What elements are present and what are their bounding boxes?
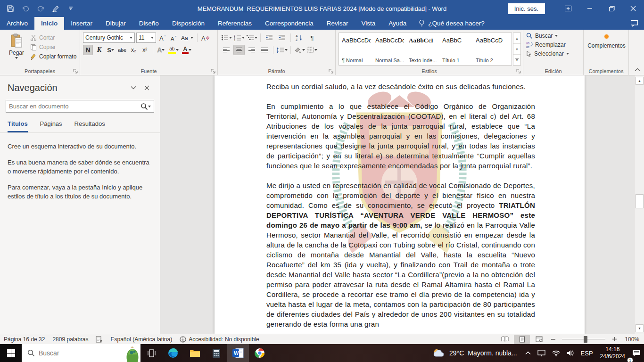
highlight-button[interactable]: ab <box>167 45 180 55</box>
italic-button[interactable]: K <box>94 45 104 55</box>
zoom-level[interactable]: 100% <box>620 336 639 343</box>
file-explorer-button[interactable] <box>184 344 206 362</box>
line-spacing-button[interactable] <box>276 45 288 55</box>
accessibility-indicator[interactable]: Accesibilidad: No disponible <box>176 336 263 343</box>
decrease-indent-button[interactable] <box>264 33 275 43</box>
addins-button[interactable]: Complementos <box>587 42 626 49</box>
tab-insertar[interactable]: Insertar <box>64 17 99 30</box>
task-view-button[interactable] <box>140 344 162 362</box>
tray-overflow-button[interactable] <box>522 344 534 362</box>
cut-button[interactable]: Cortar <box>30 34 76 41</box>
search-icon[interactable] <box>140 103 148 110</box>
close-button[interactable] <box>622 0 644 17</box>
style--normal[interactable]: AaBbCcDc¶ Normal <box>339 33 372 65</box>
wifi-status-icon[interactable] <box>549 344 563 362</box>
styles-scroll-up-button[interactable]: ▲ <box>513 33 520 44</box>
tab-correspondencia[interactable]: Correspondencia <box>258 17 320 30</box>
clear-formatting-button[interactable]: A <box>200 33 211 43</box>
style-t-tulo-2[interactable]: AaBbCcDTítulo 2 <box>473 33 506 65</box>
shrink-font-button[interactable]: A <box>169 33 179 43</box>
zoom-slider-thumb[interactable] <box>584 336 587 343</box>
align-center-button[interactable] <box>233 45 245 55</box>
document-scrollbar[interactable]: ▲ ▼ <box>634 75 644 334</box>
replace-button[interactable]: abac Reemplazar <box>526 41 581 48</box>
text-effects-button[interactable]: A <box>156 45 166 55</box>
sign-in-button[interactable]: Inic. ses. <box>508 3 545 14</box>
shading-button[interactable] <box>294 45 305 55</box>
select-button[interactable]: Seleccionar <box>526 50 581 57</box>
styles-scroll-down-button[interactable]: ▼ <box>513 44 520 55</box>
undo-button[interactable] <box>21 4 30 13</box>
start-button[interactable] <box>0 344 22 362</box>
font-name-combo[interactable]: Century Gothic <box>83 33 135 43</box>
scroll-up-button[interactable]: ▲ <box>636 77 644 85</box>
style-texto-inde-[interactable]: AaBbCcITexto inde... <box>406 33 439 65</box>
font-size-combo[interactable]: 11 <box>136 33 156 43</box>
customize-qat-button[interactable] <box>66 4 75 13</box>
tab-dibujar[interactable]: Dibujar <box>99 17 132 30</box>
save-button[interactable] <box>6 4 15 13</box>
sort-button[interactable]: AZ <box>294 33 305 43</box>
grow-font-button[interactable]: A <box>157 33 167 43</box>
nav-tab-resultados[interactable]: Resultados <box>74 120 105 132</box>
calculator-button[interactable] <box>206 344 227 362</box>
style-normal-sa-[interactable]: AaBbCcDcNormal Sa... <box>372 33 406 65</box>
tab-referencias[interactable]: Referencias <box>211 17 258 30</box>
show-marks-button[interactable]: ¶ <box>306 33 318 43</box>
doc-text[interactable]: Reciba un cordial saludo, a la vez deseá… <box>266 82 535 334</box>
font-color-button[interactable]: A <box>181 45 192 55</box>
scrollbar-thumb[interactable] <box>636 194 644 208</box>
superscript-button[interactable]: x² <box>140 45 150 55</box>
notification-center-button[interactable]: 1 <box>629 344 644 362</box>
collapse-ribbon-button[interactable] <box>635 66 640 73</box>
volume-status-icon[interactable] <box>563 344 578 362</box>
zoom-slider[interactable] <box>562 335 605 344</box>
tell-me-box[interactable]: ¿Qué desea hacer? <box>413 17 490 30</box>
align-left-button[interactable] <box>221 45 232 55</box>
nav-pane-options-button[interactable] <box>127 82 140 93</box>
nav-pane-close-button[interactable] <box>140 82 153 93</box>
draw-touch-button[interactable] <box>51 4 60 13</box>
search-options-arrow[interactable] <box>148 106 151 107</box>
feedback-comment-icon[interactable] <box>630 20 638 27</box>
multilevel-list-button[interactable] <box>246 33 257 43</box>
web-layout-button[interactable] <box>531 335 547 344</box>
style-t-tulo-1[interactable]: AaBbCTítulo 1 <box>439 33 473 65</box>
search-highlight-image[interactable] <box>125 346 140 362</box>
subscript-button[interactable]: x₂ <box>129 45 139 55</box>
nav-search-input[interactable] <box>9 103 140 110</box>
tab-inicio[interactable]: Inicio <box>34 17 64 30</box>
underline-button[interactable]: S <box>106 45 116 55</box>
edge-button[interactable] <box>162 344 184 362</box>
copy-button[interactable]: Copiar <box>30 44 76 50</box>
read-mode-button[interactable] <box>497 335 513 344</box>
clock[interactable]: 14:16 24/6/2024 <box>596 346 629 360</box>
tab-disposición[interactable]: Disposición <box>165 17 211 30</box>
cast-status-icon[interactable] <box>534 344 549 362</box>
print-layout-button[interactable] <box>514 335 530 344</box>
scroll-down-button[interactable]: ▼ <box>636 324 644 332</box>
zoom-in-button[interactable] <box>609 335 619 344</box>
page-indicator[interactable]: Página 16 de 32 <box>0 336 49 343</box>
tab-ayuda[interactable]: Ayuda <box>382 17 413 30</box>
paste-button[interactable]: Pegar <box>3 32 30 66</box>
minimize-button[interactable] <box>579 0 601 17</box>
justify-button[interactable] <box>259 45 270 55</box>
paragraph-dialog-launcher[interactable] <box>328 68 333 74</box>
bullets-button[interactable] <box>221 33 232 43</box>
numbering-button[interactable]: 123 <box>233 33 245 43</box>
zoom-out-button[interactable] <box>548 335 558 344</box>
nav-tab-páginas[interactable]: Páginas <box>40 120 62 132</box>
language-indicator[interactable]: Español (América latina) <box>107 336 176 343</box>
word-count[interactable]: 2809 palabras <box>49 336 92 343</box>
styles-dialog-launcher[interactable] <box>516 68 521 74</box>
format-painter-button[interactable]: Copiar formato <box>30 53 76 60</box>
align-right-button[interactable] <box>246 45 257 55</box>
font-dialog-launcher[interactable] <box>210 68 215 74</box>
strikethrough-button[interactable]: abc <box>117 45 127 55</box>
nav-search-box[interactable] <box>6 100 154 113</box>
tab-diseño[interactable]: Diseño <box>132 17 165 30</box>
taskbar-search-input[interactable] <box>39 349 105 357</box>
increase-indent-button[interactable] <box>276 33 288 43</box>
word-taskbar-button[interactable]: W <box>227 344 249 362</box>
